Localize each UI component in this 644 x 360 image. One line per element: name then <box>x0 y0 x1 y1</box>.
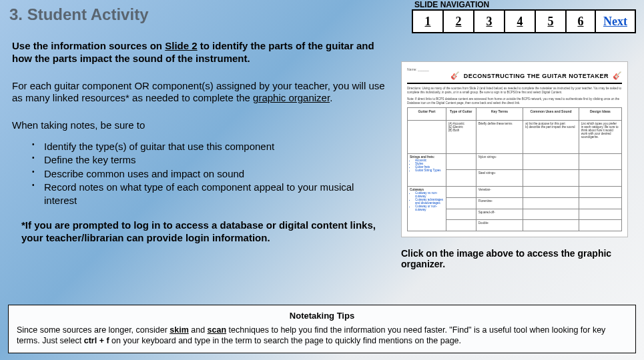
td <box>523 209 579 220</box>
thumb-title: DECONSTRUCTING THE GUITAR NOTETAKER <box>464 73 609 79</box>
th: Guitar Part <box>408 108 446 120</box>
part-label: Strings and frets: <box>410 155 434 159</box>
td <box>579 198 621 209</box>
td <box>523 220 579 231</box>
td <box>446 198 476 209</box>
td <box>579 220 621 231</box>
tips-body: Since some sources are longer, consider … <box>17 325 627 347</box>
nav-next-button[interactable]: Next <box>595 9 636 33</box>
th: Key Terms <box>476 108 523 120</box>
td <box>408 120 446 153</box>
td: Steel strings- <box>476 170 523 187</box>
table-header-row: Guitar Part Type of Guitar Key Terms Com… <box>408 108 622 120</box>
td: Briefly define these terms <box>476 120 523 153</box>
td <box>446 209 476 220</box>
td <box>446 187 476 198</box>
skim-link[interactable]: skim <box>170 325 189 335</box>
td <box>523 187 579 198</box>
graphic-organizer-thumbnail[interactable]: Name: ______ 🎸 DECONSTRUCTING THE GUITAR… <box>401 61 628 237</box>
nav-label: SLIDE NAVIGATION <box>412 0 636 9</box>
nav-slide-2[interactable]: 2 <box>442 9 473 33</box>
tips-mid1: and <box>189 325 208 335</box>
thumb-note: Note: If direct links to BCPS database c… <box>407 97 622 105</box>
th: Type of Guitar <box>446 108 476 120</box>
thumb-header: 🎸 DECONSTRUCTING THE GUITAR NOTETAKER 🎸 <box>407 71 622 84</box>
td <box>579 209 621 220</box>
nav-slide-1[interactable]: 1 <box>412 9 442 33</box>
thumb-directions: Directions: Using as many of the sources… <box>407 87 622 95</box>
notetaker-table: Guitar Part Type of Guitar Key Terms Com… <box>407 107 622 231</box>
nav-slide-4[interactable]: 4 <box>504 9 535 33</box>
td <box>523 170 579 187</box>
login-footnote: *If you are prompted to log in to access… <box>21 219 379 245</box>
intro-text-pre: Use the information sources on <box>12 40 165 51</box>
link-item: Cutaway or non-cutaway <box>415 205 444 211</box>
guitar-icon: 🎸 <box>613 71 622 80</box>
link-item: Cutaway vs non-cutaway <box>415 191 444 198</box>
guitar-icon: 🎸 <box>450 71 460 80</box>
td: Nylon strings- <box>476 153 523 170</box>
tips-post: on your keyboard and type in the term to… <box>109 336 461 345</box>
td <box>523 198 579 209</box>
slide-navigation: SLIDE NAVIGATION 1 2 3 4 5 6 Next <box>412 0 636 33</box>
td: Cutaways Cutaway vs non-cutaway Cutaway … <box>408 187 446 231</box>
nav-slide-3[interactable]: 3 <box>473 9 504 33</box>
td: Strings and frets: Acoustic Styles Guita… <box>408 153 446 187</box>
link-item: Cutaway advantages and disadvantages <box>415 198 444 205</box>
instruction-paragraph: For each guitar component OR component(s… <box>12 80 386 105</box>
td <box>523 153 579 170</box>
intro-paragraph: Use the information sources on Slide 2 t… <box>12 40 386 65</box>
slide-2-link[interactable]: Slide 2 <box>165 40 197 51</box>
th: Common Uses and Sound <box>523 108 579 120</box>
td: (A) Acoustic (E) Electric (B) Both <box>446 120 476 153</box>
bullet-item: Identify the type(s) of guitar that use … <box>32 140 386 153</box>
td: Venetian- <box>476 187 523 198</box>
slide: 3. Student Activity SLIDE NAVIGATION 1 2… <box>0 0 644 360</box>
tips-pre: Since some sources are longer, consider <box>17 325 170 335</box>
td <box>446 170 476 187</box>
td: Florentine- <box>476 198 523 209</box>
td <box>446 220 476 231</box>
th: Design Ideas <box>579 108 621 120</box>
td <box>579 170 621 187</box>
td: a) list the purpose for this part b) des… <box>523 120 579 153</box>
notetaking-tips-box: Notetaking Tips Since some sources are l… <box>8 305 636 354</box>
bullet-item: Describe common uses and impact on sound <box>32 167 386 181</box>
td: List which types you prefer in each cate… <box>579 120 621 153</box>
link-item: Guitar String Types <box>415 169 444 172</box>
main-content: Use the information sources on Slide 2 t… <box>12 40 386 245</box>
td <box>579 187 621 198</box>
page-title: 3. Student Activity <box>9 5 148 24</box>
notes-lead: When taking notes, be sure to <box>12 119 386 131</box>
nav-slide-5[interactable]: 5 <box>535 9 565 33</box>
notetaker-preview: Name: ______ 🎸 DECONSTRUCTING THE GUITAR… <box>401 61 628 237</box>
graphic-organizer-link[interactable]: graphic organizer <box>253 92 330 103</box>
bullet-list: Identify the type(s) of guitar that use … <box>32 140 386 207</box>
table-row: Cutaways Cutaway vs non-cutaway Cutaway … <box>408 187 622 198</box>
table-row: Strings and frets: Acoustic Styles Guita… <box>408 153 622 170</box>
nav-slide-6[interactable]: 6 <box>565 9 596 33</box>
td: Double- <box>476 220 523 231</box>
td <box>579 153 621 170</box>
ctrl-f-text: ctrl + f <box>84 336 109 345</box>
scan-link[interactable]: scan <box>208 325 227 335</box>
td: Squared-off- <box>476 209 523 220</box>
bullet-item: Define the key terms <box>32 153 386 167</box>
thumbnail-caption: Click on the image above to access the g… <box>401 248 628 269</box>
tips-title: Notetaking Tips <box>17 311 627 321</box>
td <box>446 153 476 170</box>
para2-post: . <box>330 92 332 103</box>
nav-row: 1 2 3 4 5 6 Next <box>412 9 636 33</box>
table-row: (A) Acoustic (E) Electric (B) Both Brief… <box>408 120 622 153</box>
bullet-item: Record notes on what type of each compon… <box>32 181 386 208</box>
